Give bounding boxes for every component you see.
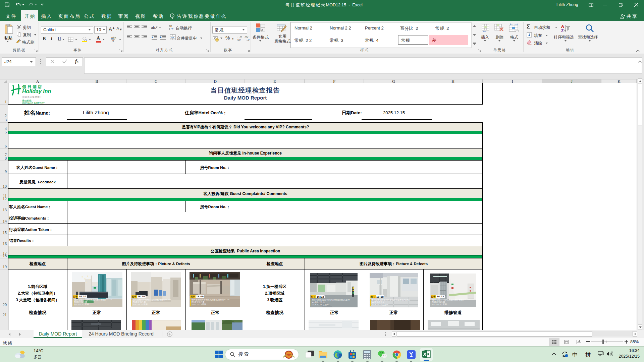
svg-text:Z: Z: [561, 28, 564, 33]
svg-text:A: A: [561, 24, 564, 29]
svg-text:.00: .00: [245, 35, 249, 38]
svg-text:≠: ≠: [261, 28, 263, 32]
svg-text:.00: .00: [237, 38, 241, 41]
svg-text:c: c: [169, 27, 170, 30]
svg-text:ab: ab: [151, 25, 155, 29]
svg-text:→.0: →.0: [245, 38, 250, 41]
svg-text:←.0: ←.0: [237, 35, 242, 38]
